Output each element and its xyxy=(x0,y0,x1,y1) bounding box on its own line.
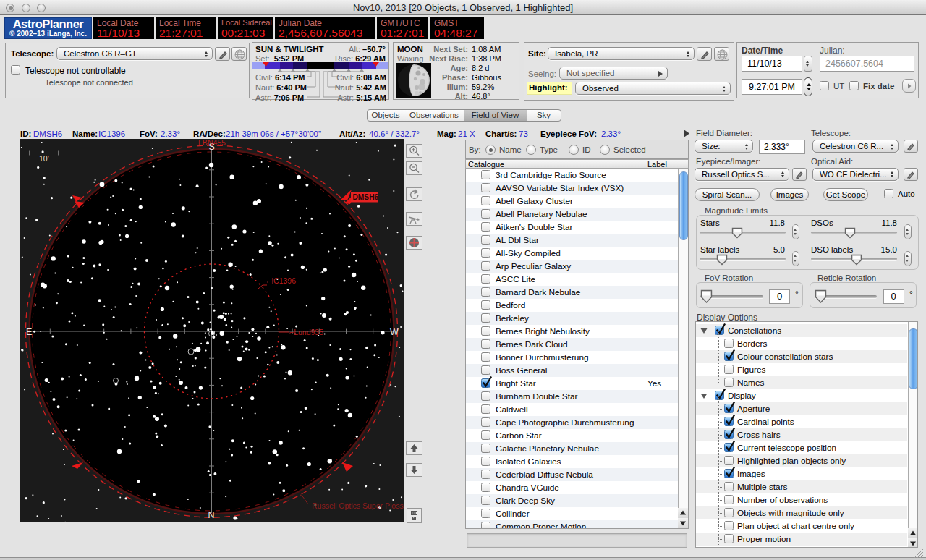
svg-text:DMSH6: DMSH6 xyxy=(352,193,378,201)
svg-text:N: N xyxy=(208,510,214,520)
svg-text:E: E xyxy=(26,327,32,337)
svg-text:W: W xyxy=(390,327,399,337)
svg-text:⌐IC1396: ⌐IC1396 xyxy=(267,276,296,285)
svg-text:⌐Lund935: ⌐Lund935 xyxy=(289,328,323,336)
svg-text:LBN455: LBN455 xyxy=(198,139,226,147)
svg-text:Russell Optics Super Plossl XL: Russell Optics Super Plossl XL xyxy=(312,501,404,510)
svg-text:10': 10' xyxy=(39,154,49,163)
